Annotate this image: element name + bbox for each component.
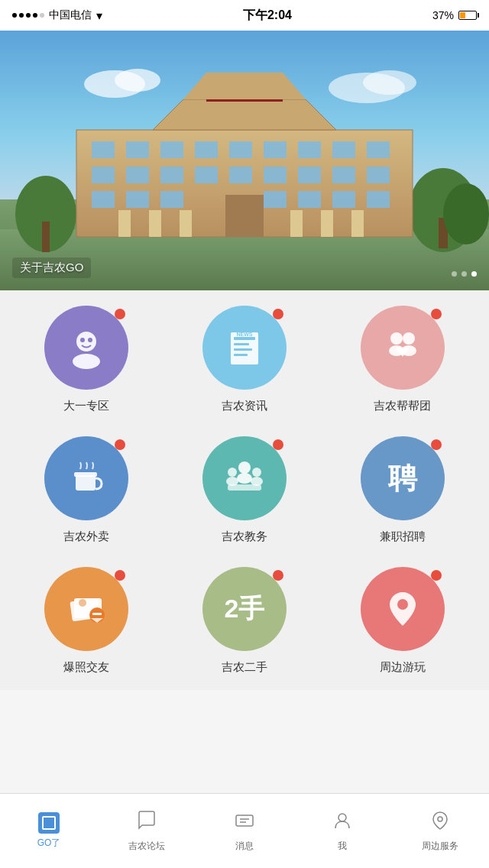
jobs-icon-circle: 聘 [361,436,445,520]
signal-dots [12,13,44,18]
svg-point-63 [237,473,252,484]
secondhand-badge [273,570,283,581]
help-icon-wrap [361,306,445,390]
menu-item-secondhand[interactable]: 2手 吉农二手 [166,567,324,675]
svg-point-79 [438,817,442,821]
svg-point-47 [73,354,100,369]
svg-point-46 [76,332,96,351]
friends-badge [115,570,125,581]
academic-icon-circle [202,436,287,520]
svg-rect-38 [351,210,364,237]
news-label: 吉农资讯 [222,399,267,413]
academic-icon [222,455,267,501]
svg-rect-26 [126,191,149,208]
menu-item-friends[interactable]: 爆照交友 [8,567,166,675]
svg-point-56 [390,332,403,345]
help-badge [431,309,442,319]
time-label: 下午2:04 [243,8,292,24]
help-icon-circle [361,306,445,390]
tab-forum-label: 吉农论坛 [128,840,165,853]
svg-rect-10 [195,141,218,158]
jobs-icon-wrap: 聘 [361,436,445,520]
svg-point-5 [443,183,489,245]
news-badge [273,309,283,319]
svg-rect-16 [92,167,115,183]
svg-rect-25 [92,191,115,208]
svg-rect-30 [298,191,321,208]
svg-point-58 [403,332,415,345]
box-icon-inner [42,816,56,830]
menu-item-academic[interactable]: 吉农教务 [166,436,324,544]
tab-profile[interactable]: 我 [293,794,391,868]
secondhand-label: 吉农二手 [222,660,267,675]
svg-rect-68 [228,484,261,491]
banner-pagination [452,271,477,277]
menu-item-nearby[interactable]: 周边游玩 [323,567,481,675]
freshman-label: 大一专区 [63,399,109,413]
jobs-icon-text: 聘 [388,459,417,498]
takeout-label: 吉农外卖 [63,530,109,544]
svg-rect-20 [229,167,252,183]
menu-item-takeout[interactable]: 吉农外卖 [8,436,166,544]
carrier-label: 中国电信 [49,8,92,22]
nearby-badge [431,570,442,581]
menu-item-news[interactable]: NEWS 吉农资讯 [166,306,324,413]
freshman-icon [63,325,109,371]
svg-rect-53 [234,348,252,351]
svg-rect-7 [92,141,115,158]
nearby-icon-circle [361,567,445,651]
tab-messages[interactable]: 消息 [196,794,293,868]
profile-icon [332,810,353,837]
help-label: 吉农帮帮团 [374,399,431,413]
nearby-icon-wrap [361,567,445,651]
takeout-badge [115,439,125,450]
svg-point-43 [115,69,160,92]
help-icon [380,325,426,371]
svg-rect-73 [92,613,102,615]
svg-point-62 [238,462,251,474]
svg-rect-17 [126,167,149,183]
svg-rect-54 [234,354,248,356]
tab-nearby-service[interactable]: 周边服务 [391,794,489,868]
svg-rect-22 [298,167,321,183]
secondhand-icon-text: 2手 [225,591,265,627]
svg-rect-12 [264,141,287,158]
svg-point-74 [397,599,408,610]
academic-badge [273,439,283,450]
svg-rect-27 [160,191,183,208]
menu-item-help[interactable]: 吉农帮帮团 [323,306,481,413]
menu-item-freshman[interactable]: 大一专区 [8,306,166,413]
tab-home[interactable]: GO了 [0,794,98,868]
battery-icon [458,11,477,20]
secondhand-icon-wrap: 2手 [202,567,287,651]
jobs-badge [431,439,442,450]
battery-percent: 37% [432,9,454,21]
svg-marker-39 [153,99,336,130]
svg-rect-18 [160,167,183,183]
tab-forum[interactable]: 吉农论坛 [98,794,196,868]
svg-rect-37 [321,210,333,237]
academic-icon-wrap [202,436,287,520]
svg-rect-19 [195,167,218,183]
academic-label: 吉农教务 [222,530,267,544]
svg-rect-23 [332,167,355,183]
home-icon [38,812,60,834]
status-left: 中国电信 ▾ [12,8,102,23]
svg-rect-13 [298,141,321,158]
friends-label: 爆照交友 [63,660,109,675]
svg-rect-35 [180,210,192,237]
svg-rect-61 [74,472,97,477]
svg-rect-9 [160,141,183,158]
svg-text:NEWS: NEWS [236,332,252,337]
svg-rect-75 [236,815,253,826]
svg-rect-52 [234,343,249,345]
svg-rect-32 [367,191,390,208]
friends-icon-wrap [44,567,128,651]
hero-banner[interactable]: 关于吉农GO [0,31,489,290]
menu-item-jobs[interactable]: 聘 兼职招聘 [323,436,481,544]
nearby-label: 周边游玩 [380,660,426,675]
svg-rect-31 [332,191,355,208]
nearby-icon [380,586,426,632]
status-bar: 中国电信 ▾ 下午2:04 37% [0,0,489,31]
svg-rect-15 [367,141,390,158]
